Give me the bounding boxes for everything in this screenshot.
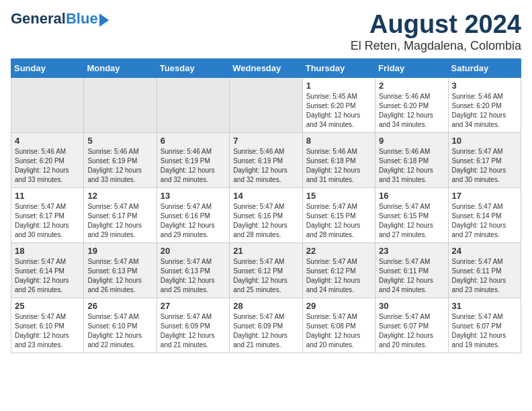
logo-text: GeneralBlue [11,11,98,27]
day-content: Sunrise: 5:47 AM Sunset: 6:15 PM Dayligh… [379,202,444,240]
day-content: Sunrise: 5:47 AM Sunset: 6:13 PM Dayligh… [87,257,152,295]
day-number: 21 [233,246,298,256]
day-content: Sunrise: 5:47 AM Sunset: 6:14 PM Dayligh… [452,202,517,240]
calendar-cell: 7Sunrise: 5:46 AM Sunset: 6:19 PM Daylig… [230,132,302,187]
day-number: 8 [306,136,371,146]
day-content: Sunrise: 5:47 AM Sunset: 6:13 PM Dayligh… [161,257,226,295]
day-number: 4 [15,136,80,146]
day-number: 31 [452,301,517,311]
day-number: 7 [233,136,298,146]
calendar-body: 1Sunrise: 5:45 AM Sunset: 6:20 PM Daylig… [11,77,521,353]
logo: GeneralBlue [11,11,109,27]
day-number: 14 [233,191,298,201]
day-content: Sunrise: 5:47 AM Sunset: 6:11 PM Dayligh… [379,257,444,295]
calendar-cell [11,77,84,132]
day-content: Sunrise: 5:47 AM Sunset: 6:17 PM Dayligh… [452,147,517,185]
day-number: 6 [161,136,226,146]
day-number: 17 [452,191,517,201]
day-content: Sunrise: 5:47 AM Sunset: 6:17 PM Dayligh… [87,202,152,240]
day-number: 22 [306,246,371,256]
week-row-3: 18Sunrise: 5:47 AM Sunset: 6:14 PM Dayli… [11,242,521,298]
day-content: Sunrise: 5:46 AM Sunset: 6:20 PM Dayligh… [15,147,80,185]
calendar-cell: 9Sunrise: 5:46 AM Sunset: 6:18 PM Daylig… [375,132,448,187]
day-content: Sunrise: 5:47 AM Sunset: 6:07 PM Dayligh… [379,312,444,350]
calendar-cell: 8Sunrise: 5:46 AM Sunset: 6:18 PM Daylig… [302,132,375,187]
calendar-cell: 1Sunrise: 5:45 AM Sunset: 6:20 PM Daylig… [302,77,375,132]
calendar-cell: 28Sunrise: 5:47 AM Sunset: 6:09 PM Dayli… [230,298,302,353]
day-number: 5 [87,136,152,146]
logo-arrow-icon [99,13,109,27]
calendar-cell: 17Sunrise: 5:47 AM Sunset: 6:14 PM Dayli… [448,187,521,242]
calendar-title: August 2024 [351,11,521,39]
day-number: 20 [161,246,226,256]
calendar-cell: 29Sunrise: 5:47 AM Sunset: 6:08 PM Dayli… [302,298,375,353]
day-number: 30 [379,301,444,311]
calendar-cell: 26Sunrise: 5:47 AM Sunset: 6:10 PM Dayli… [84,298,157,353]
day-content: Sunrise: 5:46 AM Sunset: 6:18 PM Dayligh… [379,147,444,185]
calendar-subtitle: El Reten, Magdalena, Colombia [351,39,521,53]
calendar-cell: 22Sunrise: 5:47 AM Sunset: 6:12 PM Dayli… [302,242,375,298]
day-content: Sunrise: 5:47 AM Sunset: 6:10 PM Dayligh… [87,312,152,350]
week-row-2: 11Sunrise: 5:47 AM Sunset: 6:17 PM Dayli… [11,187,521,242]
day-content: Sunrise: 5:47 AM Sunset: 6:16 PM Dayligh… [233,202,298,240]
calendar-cell: 3Sunrise: 5:46 AM Sunset: 6:20 PM Daylig… [448,77,521,132]
day-content: Sunrise: 5:47 AM Sunset: 6:16 PM Dayligh… [161,202,226,240]
header-sunday: Sunday [11,58,84,77]
calendar-cell: 11Sunrise: 5:47 AM Sunset: 6:17 PM Dayli… [11,187,84,242]
day-content: Sunrise: 5:47 AM Sunset: 6:14 PM Dayligh… [15,257,80,295]
calendar-cell: 13Sunrise: 5:47 AM Sunset: 6:16 PM Dayli… [157,187,229,242]
day-number: 16 [379,191,444,201]
week-row-4: 25Sunrise: 5:47 AM Sunset: 6:10 PM Dayli… [11,298,521,353]
calendar-cell [157,77,229,132]
day-content: Sunrise: 5:47 AM Sunset: 6:10 PM Dayligh… [15,312,80,350]
calendar-cell [230,77,302,132]
day-content: Sunrise: 5:47 AM Sunset: 6:12 PM Dayligh… [306,257,371,295]
calendar-cell: 10Sunrise: 5:47 AM Sunset: 6:17 PM Dayli… [448,132,521,187]
day-number: 12 [87,191,152,201]
day-content: Sunrise: 5:47 AM Sunset: 6:12 PM Dayligh… [233,257,298,295]
day-content: Sunrise: 5:47 AM Sunset: 6:09 PM Dayligh… [161,312,226,350]
week-row-1: 4Sunrise: 5:46 AM Sunset: 6:20 PM Daylig… [11,132,521,187]
calendar-cell: 20Sunrise: 5:47 AM Sunset: 6:13 PM Dayli… [157,242,229,298]
day-content: Sunrise: 5:46 AM Sunset: 6:20 PM Dayligh… [379,92,444,130]
calendar-cell: 2Sunrise: 5:46 AM Sunset: 6:20 PM Daylig… [375,77,448,132]
day-number: 15 [306,191,371,201]
calendar-cell: 21Sunrise: 5:47 AM Sunset: 6:12 PM Dayli… [230,242,302,298]
day-content: Sunrise: 5:46 AM Sunset: 6:19 PM Dayligh… [233,147,298,185]
calendar-cell: 6Sunrise: 5:46 AM Sunset: 6:19 PM Daylig… [157,132,229,187]
day-content: Sunrise: 5:47 AM Sunset: 6:15 PM Dayligh… [306,202,371,240]
day-content: Sunrise: 5:45 AM Sunset: 6:20 PM Dayligh… [306,92,371,130]
day-number: 13 [161,191,226,201]
calendar-cell: 30Sunrise: 5:47 AM Sunset: 6:07 PM Dayli… [375,298,448,353]
day-number: 26 [87,301,152,311]
day-number: 24 [452,246,517,256]
header-monday: Monday [84,58,157,77]
calendar-cell: 4Sunrise: 5:46 AM Sunset: 6:20 PM Daylig… [11,132,84,187]
header-saturday: Saturday [448,58,521,77]
calendar-cell [84,77,157,132]
day-number: 23 [379,246,444,256]
header-tuesday: Tuesday [157,58,229,77]
day-content: Sunrise: 5:47 AM Sunset: 6:17 PM Dayligh… [15,202,80,240]
day-content: Sunrise: 5:47 AM Sunset: 6:07 PM Dayligh… [452,312,517,350]
week-row-0: 1Sunrise: 5:45 AM Sunset: 6:20 PM Daylig… [11,77,521,132]
header-thursday: Thursday [302,58,375,77]
calendar-cell: 25Sunrise: 5:47 AM Sunset: 6:10 PM Dayli… [11,298,84,353]
calendar-cell: 14Sunrise: 5:47 AM Sunset: 6:16 PM Dayli… [230,187,302,242]
day-number: 19 [87,246,152,256]
page-header: GeneralBlue August 2024 El Reten, Magdal… [11,11,521,53]
calendar-cell: 23Sunrise: 5:47 AM Sunset: 6:11 PM Dayli… [375,242,448,298]
header-wednesday: Wednesday [230,58,302,77]
day-number: 18 [15,246,80,256]
calendar-cell: 16Sunrise: 5:47 AM Sunset: 6:15 PM Dayli… [375,187,448,242]
calendar-cell: 12Sunrise: 5:47 AM Sunset: 6:17 PM Dayli… [84,187,157,242]
day-number: 27 [161,301,226,311]
day-content: Sunrise: 5:47 AM Sunset: 6:08 PM Dayligh… [306,312,371,350]
day-content: Sunrise: 5:46 AM Sunset: 6:20 PM Dayligh… [452,92,517,130]
day-content: Sunrise: 5:47 AM Sunset: 6:11 PM Dayligh… [452,257,517,295]
title-block: August 2024 El Reten, Magdalena, Colombi… [351,11,521,53]
calendar-cell: 15Sunrise: 5:47 AM Sunset: 6:15 PM Dayli… [302,187,375,242]
day-number: 3 [452,81,517,91]
calendar-table: SundayMondayTuesdayWednesdayThursdayFrid… [11,58,521,353]
day-number: 25 [15,301,80,311]
